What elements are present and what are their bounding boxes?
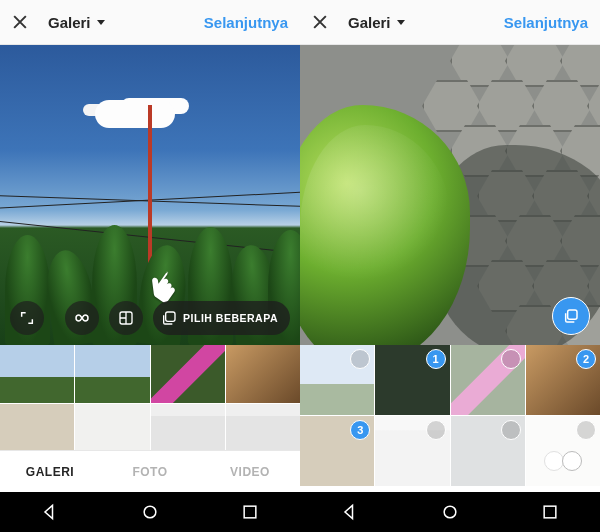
tab-photo[interactable]: FOTO — [100, 451, 200, 492]
expand-button[interactable] — [10, 301, 44, 335]
next-button[interactable]: Selanjutnya — [504, 14, 588, 31]
thumb[interactable] — [300, 345, 374, 415]
layout-icon — [118, 310, 134, 326]
android-navbar — [300, 492, 600, 532]
layers-icon — [563, 308, 579, 324]
nav-home-icon[interactable] — [140, 502, 160, 522]
thumb[interactable] — [375, 416, 449, 486]
thumb[interactable] — [75, 404, 149, 450]
bottom-tabs: GALERI FOTO VIDEO — [0, 450, 300, 492]
source-label: Galeri — [48, 14, 91, 31]
select-indicator: 2 — [576, 349, 596, 369]
select-indicator — [576, 420, 596, 440]
thumb[interactable] — [226, 404, 300, 450]
select-indicator: 3 — [350, 420, 370, 440]
expand-icon — [19, 310, 35, 326]
select-indicator: 1 — [426, 349, 446, 369]
source-label: Galeri — [348, 14, 391, 31]
select-indicator — [501, 349, 521, 369]
select-multiple-button[interactable]: PILIH BEBERAPA — [153, 301, 290, 335]
layers-icon — [161, 310, 177, 326]
thumb[interactable] — [151, 345, 225, 403]
svg-rect-1 — [166, 312, 175, 321]
thumb[interactable] — [151, 404, 225, 450]
svg-rect-6 — [544, 506, 556, 518]
thumb[interactable] — [0, 345, 74, 403]
android-navbar — [0, 492, 300, 532]
combine-button[interactable] — [109, 301, 143, 335]
infinity-icon — [73, 309, 91, 327]
svg-point-5 — [444, 506, 456, 518]
thumb[interactable]: 3 — [300, 416, 374, 486]
thumbnail-grid — [0, 345, 300, 450]
thumb[interactable] — [226, 345, 300, 403]
preview-area[interactable]: PILIH BEBERAPA — [0, 45, 300, 345]
preview-controls — [300, 297, 600, 335]
screen-before: Galeri Selanjutnya — [0, 0, 300, 532]
thumb[interactable] — [526, 416, 600, 486]
thumb[interactable]: 2 — [526, 345, 600, 415]
select-indicator — [501, 420, 521, 440]
select-multiple-active[interactable] — [552, 297, 590, 335]
thumbnail-grid: 1 2 3 — [300, 345, 600, 492]
preview-controls: PILIH BEBERAPA — [0, 301, 300, 335]
svg-rect-4 — [568, 310, 577, 319]
nav-home-icon[interactable] — [440, 502, 460, 522]
close-icon[interactable] — [310, 12, 330, 32]
nav-recent-icon[interactable] — [540, 502, 560, 522]
nav-back-icon[interactable] — [40, 502, 60, 522]
thumb[interactable] — [451, 416, 525, 486]
svg-rect-3 — [244, 506, 256, 518]
topbar: Galeri Selanjutnya — [300, 0, 600, 45]
select-indicator — [426, 420, 446, 440]
svg-point-2 — [144, 506, 156, 518]
source-picker[interactable]: Galeri — [348, 14, 405, 31]
nav-back-icon[interactable] — [340, 502, 360, 522]
tab-gallery[interactable]: GALERI — [0, 451, 100, 492]
chevron-down-icon — [97, 20, 105, 25]
source-picker[interactable]: Galeri — [48, 14, 105, 31]
topbar: Galeri Selanjutnya — [0, 0, 300, 45]
boomerang-button[interactable] — [65, 301, 99, 335]
chevron-down-icon — [397, 20, 405, 25]
nav-recent-icon[interactable] — [240, 502, 260, 522]
thumb[interactable] — [0, 404, 74, 450]
next-button[interactable]: Selanjutnya — [204, 14, 288, 31]
select-multiple-label: PILIH BEBERAPA — [183, 312, 278, 324]
preview-area[interactable] — [300, 45, 600, 345]
thumb[interactable] — [75, 345, 149, 403]
thumb[interactable] — [451, 345, 525, 415]
screen-after: Galeri Selanjutnya 1 2 3 — [300, 0, 600, 532]
tab-video[interactable]: VIDEO — [200, 451, 300, 492]
close-icon[interactable] — [10, 12, 30, 32]
thumb[interactable]: 1 — [375, 345, 449, 415]
